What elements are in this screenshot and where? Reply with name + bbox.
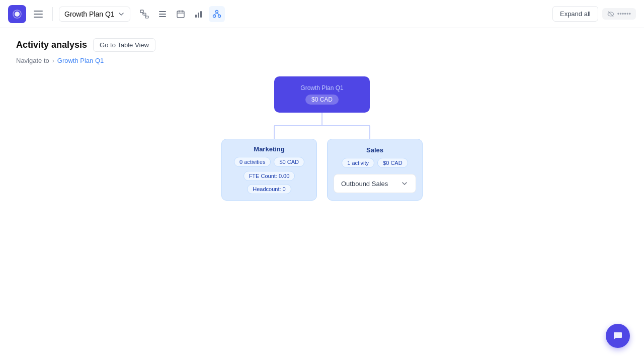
svg-rect-7 [145, 16, 148, 18]
svg-point-21 [213, 15, 215, 17]
list-view-icon[interactable] [154, 6, 171, 22]
svg-point-22 [218, 15, 220, 17]
plan-selector[interactable]: Growth Plan Q1 [59, 7, 130, 22]
topbar-divider [52, 7, 53, 21]
svg-line-23 [214, 13, 217, 15]
breadcrumb-navigate: Navigate to [16, 57, 49, 64]
breadcrumb: Navigate to › Growth Plan Q1 [16, 57, 628, 64]
chart-view-icon[interactable] [191, 6, 207, 22]
connector-lines [247, 113, 397, 139]
svg-rect-12 [159, 16, 166, 17]
diagram: Growth Plan Q1 $0 CAD Marketing 0 activi… [16, 76, 628, 201]
calendar-view-icon[interactable] [173, 6, 189, 22]
marketing-meta-badges: FTE Count: 0.00 Headcount: 0 [228, 171, 310, 194]
root-node-label: Growth Plan Q1 [300, 84, 343, 92]
toolbar-icons [136, 6, 225, 22]
page-title-row: Activity analysis Go to Table View [16, 38, 628, 52]
menu-icon[interactable] [30, 6, 46, 22]
page-title: Activity analysis [16, 40, 87, 50]
marketing-fte-badge: FTE Count: 0.00 [244, 171, 295, 181]
svg-point-20 [215, 10, 218, 13]
outbound-sales-node[interactable]: Outbound Sales [334, 174, 416, 193]
sales-node[interactable]: Sales 1 activity $0 CAD Outbound Sales [327, 139, 423, 201]
outbound-sales-wrapper: Outbound Sales [334, 174, 416, 193]
svg-point-0 [15, 12, 20, 17]
plan-selector-label: Growth Plan Q1 [64, 10, 115, 18]
marketing-activities-badge: 0 activities [234, 157, 271, 167]
user-badge[interactable]: •••••• [602, 8, 636, 20]
svg-rect-5 [140, 10, 143, 13]
expand-all-button[interactable]: Expand all [552, 6, 598, 22]
chevron-down-icon [400, 179, 409, 188]
table-view-button[interactable]: Go to Table View [93, 38, 155, 52]
network-view-icon[interactable] [209, 6, 225, 22]
sales-badges: 1 activity $0 CAD [342, 158, 408, 168]
svg-rect-4 [34, 17, 43, 18]
svg-rect-11 [159, 14, 166, 15]
content-area: Activity analysis Go to Table View Navig… [0, 28, 644, 211]
chat-fab[interactable] [606, 324, 630, 348]
outbound-sales-label: Outbound Sales [341, 180, 388, 188]
svg-rect-18 [198, 13, 199, 18]
eye-slash-icon [607, 11, 614, 18]
marketing-label: Marketing [228, 145, 310, 153]
marketing-node[interactable]: Marketing 0 activities $0 CAD FTE Count:… [221, 139, 317, 201]
svg-rect-19 [200, 11, 202, 18]
hierarchy-view-icon[interactable] [136, 6, 152, 22]
chat-icon [612, 330, 623, 341]
topbar: Growth Plan Q1 [0, 0, 644, 28]
sales-activities-badge: 1 activity [342, 158, 374, 168]
root-budget-badge: $0 CAD [305, 95, 339, 105]
sales-label: Sales [366, 146, 383, 154]
children-row: Marketing 0 activities $0 CAD FTE Count:… [16, 139, 628, 201]
toggle-icon[interactable] [8, 5, 26, 23]
chevron-down-icon [118, 11, 125, 18]
marketing-budget-badge: $0 CAD [274, 157, 304, 167]
marketing-badges: 0 activities $0 CAD [228, 157, 310, 167]
svg-rect-10 [159, 11, 166, 12]
svg-line-24 [217, 13, 219, 15]
breadcrumb-plan-link[interactable]: Growth Plan Q1 [57, 57, 104, 64]
svg-rect-3 [34, 14, 43, 15]
svg-rect-13 [177, 11, 184, 18]
sales-budget-badge: $0 CAD [377, 158, 408, 168]
marketing-headcount-badge: Headcount: 0 [247, 184, 291, 194]
user-label: •••••• [617, 10, 631, 18]
breadcrumb-separator: › [52, 57, 54, 64]
svg-rect-17 [195, 15, 197, 18]
svg-rect-2 [34, 11, 43, 12]
root-node[interactable]: Growth Plan Q1 $0 CAD [274, 76, 370, 113]
